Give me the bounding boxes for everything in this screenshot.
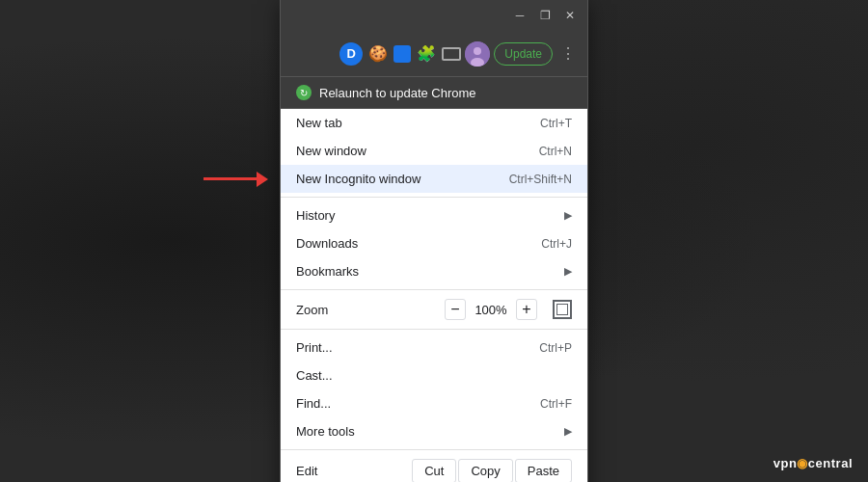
extension-cookie-icon[interactable]: 🍪 bbox=[366, 42, 390, 66]
relaunch-text: Relaunch to update Chrome bbox=[319, 86, 476, 100]
extension-d-icon[interactable]: D bbox=[339, 42, 363, 66]
cut-button[interactable]: Cut bbox=[412, 459, 456, 482]
more-options-icon[interactable]: ⋮ bbox=[556, 42, 580, 65]
watermark-text2: central bbox=[808, 456, 853, 470]
menu-item-new-window[interactable]: New window Ctrl+N bbox=[281, 137, 587, 165]
zoom-value: 100% bbox=[474, 303, 508, 317]
menu-item-more-tools[interactable]: More tools ▶ bbox=[281, 417, 587, 445]
zoom-in-button[interactable]: + bbox=[516, 299, 537, 320]
menu-item-new-tab[interactable]: New tab Ctrl+T bbox=[281, 109, 587, 137]
zoom-out-button[interactable]: − bbox=[445, 299, 466, 320]
watermark-dot: ◉ bbox=[797, 456, 808, 470]
menu-item-incognito[interactable]: New Incognito window Ctrl+Shift+N bbox=[281, 165, 587, 193]
browser-toolbar: D 🍪 🧩 Update ⋮ bbox=[281, 31, 587, 77]
extension-rect-icon[interactable] bbox=[442, 47, 461, 61]
context-menu: New tab Ctrl+T New window Ctrl+N New Inc… bbox=[281, 109, 587, 482]
title-bar: ─ ❐ ✕ bbox=[281, 0, 587, 31]
zoom-controls: − 100% + bbox=[445, 299, 572, 320]
paste-button[interactable]: Paste bbox=[515, 459, 572, 482]
browser-window: ─ ❐ ✕ D 🍪 🧩 Update ⋮ ↻ Rela bbox=[280, 0, 588, 482]
minimize-button[interactable]: ─ bbox=[510, 6, 529, 25]
divider-4 bbox=[281, 449, 587, 450]
user-avatar[interactable] bbox=[465, 41, 490, 67]
menu-item-history[interactable]: History ▶ bbox=[281, 201, 587, 229]
copy-button[interactable]: Copy bbox=[458, 459, 512, 482]
update-button[interactable]: Update bbox=[494, 42, 553, 66]
menu-item-downloads[interactable]: Downloads Ctrl+J bbox=[281, 229, 587, 257]
menu-item-bookmarks[interactable]: Bookmarks ▶ bbox=[281, 257, 587, 285]
divider-1 bbox=[281, 197, 587, 198]
relaunch-icon: ↻ bbox=[296, 85, 312, 100]
red-arrow-indicator bbox=[203, 170, 271, 189]
vpn-watermark: vpn◉central bbox=[773, 456, 853, 470]
fullscreen-button[interactable] bbox=[553, 300, 572, 319]
zoom-row: Zoom − 100% + bbox=[281, 294, 587, 325]
menu-item-print[interactable]: Print... Ctrl+P bbox=[281, 334, 587, 362]
divider-2 bbox=[281, 289, 587, 290]
extension-blue-icon[interactable] bbox=[393, 45, 411, 63]
svg-point-1 bbox=[474, 47, 481, 55]
extension-puzzle-icon[interactable]: 🧩 bbox=[415, 42, 438, 66]
restore-button[interactable]: ❐ bbox=[535, 6, 555, 25]
edit-buttons: Cut Copy Paste bbox=[412, 459, 572, 482]
menu-item-cast[interactable]: Cast... bbox=[281, 362, 587, 389]
close-button[interactable]: ✕ bbox=[560, 6, 580, 25]
relaunch-bar: ↻ Relaunch to update Chrome bbox=[281, 77, 587, 109]
divider-3 bbox=[281, 329, 587, 330]
watermark-text1: vpn bbox=[773, 456, 798, 470]
menu-item-find[interactable]: Find... Ctrl+F bbox=[281, 389, 587, 417]
edit-row: Edit Cut Copy Paste bbox=[281, 454, 587, 482]
extensions-area: D 🍪 🧩 Update ⋮ bbox=[339, 41, 580, 67]
